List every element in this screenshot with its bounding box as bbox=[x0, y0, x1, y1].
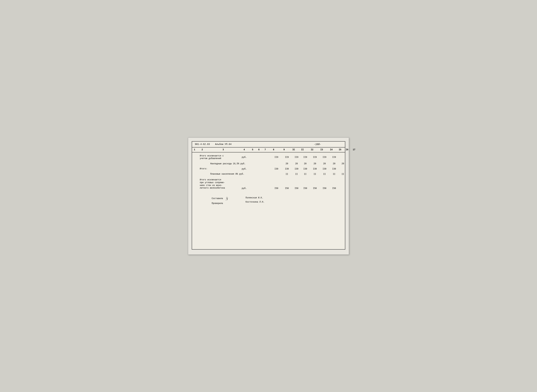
col-3: 3 bbox=[207, 148, 239, 151]
row-1-v12: II9 bbox=[310, 156, 320, 159]
row-1-label: Итого исключается сучетом добавлений bbox=[200, 155, 242, 160]
col-13: I3 bbox=[317, 148, 326, 151]
row-3-v10: I39 bbox=[292, 168, 301, 170]
col-16: I6 bbox=[343, 148, 351, 151]
table-row: Плановые накопления 8% руб. II II II II … bbox=[195, 173, 342, 176]
col-11: II bbox=[298, 148, 307, 151]
row-3-v13: I39 bbox=[320, 168, 329, 170]
signature-area: Составила ˰ȳ Проверила Полянская И.К. Ко… bbox=[195, 193, 342, 207]
col-8: 8 bbox=[268, 148, 279, 151]
sig-compiled-label: Составила bbox=[212, 197, 223, 200]
col-10: IC bbox=[289, 148, 298, 151]
row-5-v13: I50 bbox=[320, 187, 329, 190]
row-5-v14: I50 bbox=[329, 187, 339, 190]
sig-compiled-scribble: ˰ȳ bbox=[225, 196, 228, 201]
col-5: 5 bbox=[249, 148, 256, 151]
sig-checked-label: Проверила bbox=[212, 202, 223, 205]
row-1-v11: II9 bbox=[301, 156, 310, 159]
row-3-unit: руб. bbox=[242, 168, 252, 170]
table-row: Итого исключается сучетом добавлений руб… bbox=[195, 155, 342, 160]
table-row: Итого: руб. I39 I39 I39 I39 I39 I39 I39 bbox=[195, 168, 342, 170]
row-1-v10: II9 bbox=[292, 156, 301, 159]
col-9: 9 bbox=[279, 148, 289, 151]
doc-page: -108- bbox=[314, 143, 321, 146]
row-5-v9: I50 bbox=[282, 187, 292, 190]
doc-id: 901-4-62.83 bbox=[195, 143, 210, 146]
col-12: I2 bbox=[307, 148, 317, 151]
col-2: 2 bbox=[197, 148, 207, 151]
row-1-v13: II9 bbox=[320, 156, 329, 159]
row-2-v10: 20 bbox=[301, 163, 310, 165]
row-4-v11: II bbox=[310, 173, 320, 175]
table-row: Накладные расходы 16,5% руб. 20 20 20 20… bbox=[195, 163, 342, 165]
row-2-v13: 20 bbox=[329, 163, 339, 165]
row-1-unit: руб. bbox=[242, 156, 252, 159]
row-2-v14: 20 bbox=[339, 163, 346, 165]
sig-checked-name-row: Косточкина Л.Н. bbox=[246, 201, 265, 203]
row-4-v14: II bbox=[339, 173, 346, 175]
sig-compiled-name-row: Полянская И.К. bbox=[246, 197, 265, 199]
column-headers: 1 2 3 4 5 6 7 8 9 IC II I2 I3 I4 I5 I6 1… bbox=[192, 148, 345, 153]
row-4-v13: II bbox=[329, 173, 339, 175]
document-frame: 901-4-62.83 Альбом УП.04 -108- 1 2 3 4 5… bbox=[192, 141, 345, 250]
row-2-label: Накладные расходы 16,5% руб. bbox=[210, 163, 252, 165]
row-2-v8: 20 bbox=[282, 163, 292, 165]
sig-checked-name: Косточкина Л.Н. bbox=[246, 201, 265, 203]
doc-album: Альбом УП.04 bbox=[215, 143, 232, 146]
row-4-label: Плановые накопления 8% руб. bbox=[210, 173, 252, 176]
row-3-v8: I39 bbox=[271, 168, 282, 170]
row-5-v12: I50 bbox=[310, 187, 320, 190]
sig-checked-row: Проверила bbox=[212, 202, 228, 205]
row-1-v9: II9 bbox=[282, 156, 292, 159]
row-4-v10: II bbox=[301, 173, 310, 175]
row-2-v9: 20 bbox=[292, 163, 301, 165]
row-3-v9: I39 bbox=[282, 168, 292, 170]
row-3-v14: I39 bbox=[329, 168, 339, 170]
row-5-v11: I50 bbox=[301, 187, 310, 190]
page-wrapper: 901-4-62.83 Альбом УП.04 -108- 1 2 3 4 5… bbox=[188, 138, 349, 255]
row-4-v8: II bbox=[282, 173, 292, 175]
sig-compiled-name: Полянская И.К. bbox=[246, 197, 263, 199]
row-3-label: Итого: bbox=[200, 168, 242, 170]
content-area: Итого исключается сучетом добавлений руб… bbox=[192, 153, 345, 211]
col-7: 7 bbox=[262, 148, 268, 151]
sig-left: Составила ˰ȳ Проверила bbox=[212, 197, 228, 205]
sig-right: Полянская И.К. Косточкина Л.Н. bbox=[246, 197, 265, 205]
row-2-v12: 20 bbox=[320, 163, 329, 165]
col-6: 6 bbox=[256, 148, 262, 151]
row-2-v11: 20 bbox=[310, 163, 320, 165]
document-header: 901-4-62.83 Альбом УП.04 -108- bbox=[192, 142, 345, 148]
row-3-v12: I39 bbox=[310, 168, 320, 170]
table-row: Итого исключаетсяпри угловых сопряже-ния… bbox=[195, 179, 342, 189]
row-3-v11: I39 bbox=[301, 168, 310, 170]
row-5-unit: руб. bbox=[242, 187, 252, 190]
row-1-v14: II9 bbox=[329, 156, 339, 159]
col-17: 17 bbox=[351, 148, 357, 151]
sig-compiled-row: Составила ˰ȳ bbox=[212, 197, 228, 201]
row-4-v12: II bbox=[320, 173, 329, 175]
row-1-v8: II9 bbox=[271, 156, 282, 159]
row-4-v9: II bbox=[292, 173, 301, 175]
col-15: I5 bbox=[337, 148, 343, 151]
row-5-v8: I50 bbox=[271, 187, 282, 190]
col-14: I4 bbox=[326, 148, 337, 151]
col-1: 1 bbox=[192, 148, 197, 151]
col-4: 4 bbox=[239, 148, 249, 151]
row-5-v10: I50 bbox=[292, 187, 301, 190]
row-5-label: Итого исключаетсяпри угловых сопряже-ния… bbox=[200, 179, 242, 189]
